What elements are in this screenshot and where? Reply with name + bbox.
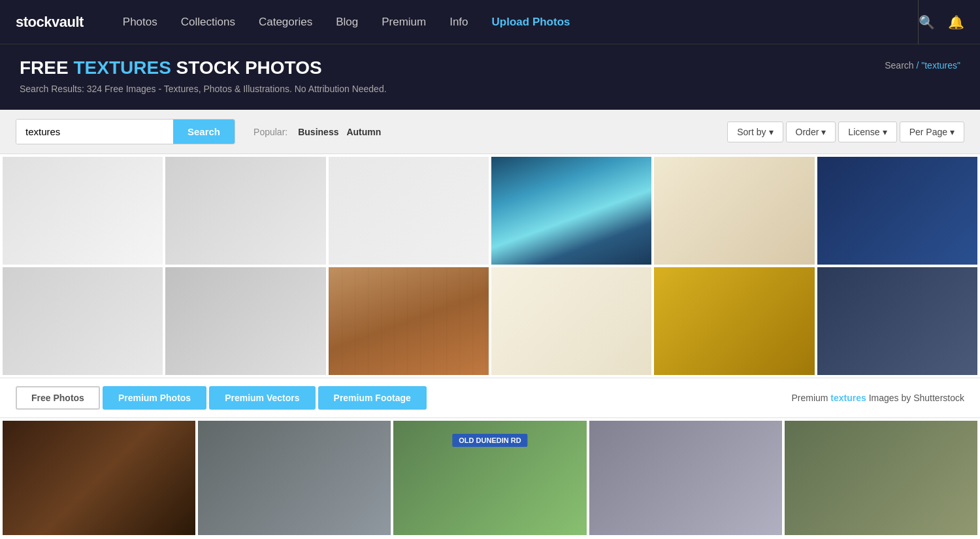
tab-free-photos[interactable]: Free Photos bbox=[16, 386, 100, 410]
nav-info[interactable]: Info bbox=[449, 16, 468, 29]
nav-upload[interactable]: Upload Photos bbox=[492, 16, 570, 29]
per-page-button[interactable]: Per Page ▾ bbox=[900, 122, 964, 142]
search-button[interactable]: Search bbox=[173, 120, 235, 144]
title-highlight: TEXTURES bbox=[73, 57, 171, 78]
sort-by-button[interactable]: Sort by ▾ bbox=[727, 122, 783, 142]
sort-by-chevron: ▾ bbox=[769, 127, 774, 137]
search-bar: Search Popular: Business Autumn Sort by … bbox=[0, 110, 980, 154]
grid-item-6[interactable] bbox=[817, 157, 977, 265]
per-page-label: Per Page bbox=[909, 127, 947, 137]
popular-label: Popular: bbox=[253, 127, 287, 137]
bottom-photo-2[interactable] bbox=[198, 421, 391, 535]
breadcrumb-current: "textures" bbox=[921, 60, 960, 71]
grid-item-9[interactable] bbox=[329, 267, 489, 375]
image-grid bbox=[0, 154, 980, 378]
popular-business[interactable]: Business bbox=[298, 127, 338, 137]
premium-suffix: Images by Shutterstock bbox=[869, 393, 964, 403]
hero-title-block: FREE TEXTURES STOCK PHOTOS Search Result… bbox=[20, 57, 387, 94]
grid-item-11[interactable] bbox=[654, 267, 814, 375]
grid-item-4[interactable] bbox=[491, 157, 651, 265]
grid-item-5[interactable] bbox=[654, 157, 814, 265]
premium-label: Premium bbox=[791, 393, 828, 403]
grid-item-2[interactable] bbox=[165, 157, 325, 265]
nav-categories[interactable]: Categories bbox=[259, 16, 312, 29]
sort-by-label: Sort by bbox=[737, 127, 766, 137]
tab-premium-vectors[interactable]: Premium Vectors bbox=[209, 386, 315, 410]
notification-icon[interactable]: 🔔 bbox=[948, 14, 964, 30]
sort-controls: Sort by ▾ Order ▾ License ▾ Per Page ▾ bbox=[727, 122, 964, 142]
grid-item-8[interactable] bbox=[165, 267, 325, 375]
grid-item-7[interactable] bbox=[3, 267, 163, 375]
page-title: FREE TEXTURES STOCK PHOTOS bbox=[20, 57, 387, 78]
bottom-photo-4[interactable] bbox=[589, 421, 782, 535]
tab-premium-footage[interactable]: Premium Footage bbox=[318, 386, 427, 410]
grid-item-12[interactable] bbox=[817, 267, 977, 375]
hero-subtitle: Search Results: 324 Free Images - Textur… bbox=[20, 84, 387, 94]
grid-item-10[interactable] bbox=[491, 267, 651, 375]
bottom-photo-3[interactable]: OLD DUNEDIN RD bbox=[393, 421, 586, 535]
bottom-photo-1[interactable] bbox=[3, 421, 195, 535]
order-label: Order bbox=[796, 127, 819, 137]
popular-autumn[interactable]: Autumn bbox=[346, 127, 381, 137]
premium-shutterstock-label: Premium textures Images by Shutterstock bbox=[791, 393, 964, 403]
order-button[interactable]: Order ▾ bbox=[786, 122, 836, 142]
bottom-photo-5[interactable] bbox=[785, 421, 977, 535]
order-chevron: ▾ bbox=[821, 127, 826, 137]
license-label: License bbox=[848, 127, 879, 137]
nav-links: Photos Collections Categories Blog Premi… bbox=[123, 16, 907, 29]
hero-header: FREE TEXTURES STOCK PHOTOS Search Result… bbox=[0, 44, 980, 110]
search-input-wrap: Search bbox=[16, 119, 235, 144]
popular-links: Business Autumn bbox=[298, 127, 381, 137]
main-nav: stockvault Photos Collections Categories… bbox=[0, 0, 980, 44]
nav-premium[interactable]: Premium bbox=[382, 16, 426, 29]
search-input[interactable] bbox=[16, 120, 173, 144]
tab-premium-photos[interactable]: Premium Photos bbox=[103, 386, 206, 410]
title-suffix: STOCK PHOTOS bbox=[171, 57, 322, 78]
license-chevron: ▾ bbox=[883, 127, 887, 137]
search-icon[interactable]: 🔍 bbox=[919, 14, 935, 30]
license-button[interactable]: License ▾ bbox=[838, 122, 896, 142]
nav-right: 🔍 🔔 bbox=[919, 14, 964, 30]
tabs-row: Free Photos Premium Photos Premium Vecto… bbox=[0, 378, 980, 418]
nav-blog[interactable]: Blog bbox=[336, 16, 358, 29]
breadcrumb-search[interactable]: Search bbox=[885, 60, 913, 71]
grid-item-3[interactable] bbox=[329, 157, 489, 265]
breadcrumb-sep: / bbox=[914, 60, 922, 71]
site-logo[interactable]: stockvault bbox=[16, 14, 84, 31]
title-prefix: FREE bbox=[20, 57, 73, 78]
bottom-photos: OLD DUNEDIN RD bbox=[0, 418, 980, 538]
premium-keyword-link[interactable]: textures bbox=[830, 393, 866, 403]
grid-item-1[interactable] bbox=[3, 157, 163, 265]
nav-collections[interactable]: Collections bbox=[181, 16, 235, 29]
nav-photos[interactable]: Photos bbox=[123, 16, 157, 29]
breadcrumb: Search / "textures" bbox=[885, 60, 960, 71]
per-page-chevron: ▾ bbox=[950, 127, 955, 137]
